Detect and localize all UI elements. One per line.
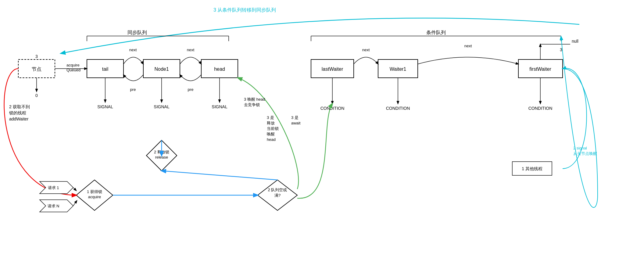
is-await-label: 3 是 <box>291 115 299 120</box>
reqN-label: 请求 N <box>48 204 59 208</box>
acquire-queued-label: acquire <box>66 63 80 67</box>
sync-queue-label: 同步队列 <box>127 30 147 35</box>
condition2-label: CONDITION <box>386 106 410 111</box>
top-arc-label: 3 从条件队列转移到同步队列 <box>213 7 276 13</box>
req1-label: 请求 1 <box>48 185 59 190</box>
signal-label2: 从头节点唤醒 <box>573 151 597 156</box>
head-signal-label: SIGNAL <box>212 104 227 109</box>
release-label2: release <box>155 155 168 159</box>
first-waiter-label: firstWaiter <box>529 66 551 72</box>
condition3-label: CONDITION <box>528 106 553 111</box>
zero-label: 0 <box>35 93 38 98</box>
node-label: 节点 <box>32 66 41 72</box>
tail-label: tail <box>102 66 108 72</box>
cond-queue-label: 条件队列 <box>426 30 446 35</box>
next4-label: next <box>464 44 472 48</box>
release-head-label3: 当前锁 <box>267 126 279 131</box>
pre1-label: pre <box>188 87 194 92</box>
node1-head-arrow <box>180 57 201 64</box>
release-head-label2: 释放 <box>267 121 275 125</box>
head-node1-pre <box>180 75 201 81</box>
add-waiter-label: addWaiter <box>9 116 29 121</box>
next3-label: next <box>362 48 370 52</box>
get-lock-fail-label: 2 获取不到 <box>9 104 30 109</box>
wake-head-label: 3 唤醒 head <box>244 97 265 102</box>
waiter1-label: Waiter1 <box>390 66 406 72</box>
cyan-right-arc <box>561 37 598 207</box>
acquire-label2: acquire <box>88 195 101 199</box>
null-label: null <box>572 39 578 44</box>
tail-node1-arrow <box>123 57 143 64</box>
acquire-label: 1 获得锁 <box>87 189 102 194</box>
red-arc-node-acquire <box>4 69 76 195</box>
queue-empty-label2: 满? <box>274 193 281 198</box>
release-head-label5: head <box>267 137 276 142</box>
three-above-node: 3 <box>35 54 38 59</box>
head-label: head <box>214 66 225 72</box>
queue-release-line <box>162 171 277 180</box>
tail-signal-label: SIGNAL <box>97 104 113 109</box>
queue-empty-label: 2 队列空或 <box>268 188 287 192</box>
waiter1-first-arrow <box>418 57 518 64</box>
reqN-to-acquire <box>73 201 77 206</box>
is-await-label2: await <box>291 121 301 125</box>
top-arc <box>61 18 579 53</box>
next1-label: next <box>129 48 137 52</box>
last-waiter1-arrow <box>354 57 378 64</box>
node1-signal-label: SIGNAL <box>154 104 170 109</box>
queue-to-last-waiter-green <box>297 104 332 198</box>
node1-label: Node1 <box>154 66 169 72</box>
req1-to-acquire <box>73 188 76 191</box>
other-thread-label: 1 其他线程 <box>522 166 542 171</box>
next2-label: next <box>187 48 195 52</box>
wake-head-label2: 去竞争锁 <box>244 102 260 107</box>
get-lock-fail-label2: 锁的线程 <box>9 110 26 115</box>
condition1-label: CONDITION <box>320 106 345 111</box>
last-waiter-label: lastWaiter <box>322 66 343 72</box>
release-head-label: 3 是 <box>267 115 274 120</box>
pre2-label: pre <box>130 87 136 92</box>
node1-tail-pre <box>123 75 143 81</box>
release-head-label4: 唤醒 <box>267 132 275 136</box>
